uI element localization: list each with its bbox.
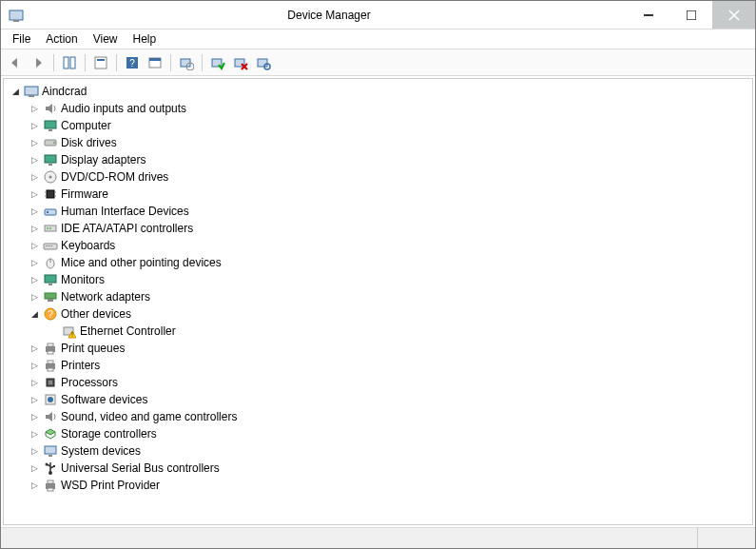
tree-node[interactable]: ▷Network adapters [6, 288, 750, 305]
back-button[interactable] [5, 52, 26, 73]
printer-icon [43, 341, 58, 356]
svg-point-66 [48, 397, 53, 402]
toolbar-sep [53, 54, 54, 71]
disc-icon [43, 169, 58, 185]
update-driver-button[interactable] [253, 52, 274, 73]
tree-node[interactable]: ▷Disk drives [6, 134, 750, 151]
svg-rect-52 [48, 299, 53, 302]
tree-node[interactable]: ◢Aindcrad [6, 83, 750, 100]
tree-node[interactable]: ▷IDE ATA/ATAPI controllers [6, 220, 750, 237]
expand-icon[interactable]: ▷ [29, 292, 40, 302]
expand-icon[interactable]: ▷ [29, 121, 40, 130]
expand-icon[interactable]: ▷ [29, 189, 40, 199]
close-button[interactable] [712, 1, 755, 29]
ata-icon [43, 221, 58, 236]
tree-node-label: Other devices [61, 307, 131, 321]
expand-icon[interactable]: ▷ [29, 463, 40, 473]
tree-node[interactable]: ▷Software devices [6, 391, 750, 408]
enable-device-button[interactable] [207, 52, 228, 73]
show-hide-console-button[interactable] [59, 52, 80, 73]
collapse-icon[interactable]: ◢ [10, 87, 21, 96]
tree-node[interactable]: !Ethernet Controller [6, 323, 750, 340]
tree-node[interactable]: ▷Display adapters [6, 151, 750, 168]
svg-point-40 [47, 227, 48, 229]
tree-node[interactable]: ▷Computer [6, 117, 750, 134]
svg-rect-9 [97, 59, 105, 61]
warning-icon: ! [62, 324, 77, 339]
scan-hardware-button[interactable] [176, 52, 197, 73]
tree-node[interactable]: ▷Sound, video and game controllers [6, 408, 750, 425]
tree-node[interactable]: ▷Universal Serial Bus controllers [6, 460, 750, 477]
software-icon [43, 392, 58, 407]
expand-icon[interactable]: ▷ [29, 412, 40, 422]
menu-help[interactable]: Help [126, 30, 165, 48]
tree-node[interactable]: ▷Keyboards [6, 237, 750, 254]
tree-node[interactable]: ▷Printers [6, 357, 750, 374]
expand-icon[interactable]: ▷ [29, 395, 40, 404]
svg-point-31 [49, 176, 52, 179]
svg-point-27 [53, 142, 55, 144]
tree-node-label: Print queues [61, 342, 125, 355]
expand-icon[interactable]: ▷ [29, 172, 40, 182]
menu-file[interactable]: File [5, 30, 38, 48]
expand-icon[interactable]: ▷ [29, 224, 40, 233]
tree-node[interactable]: ▷Audio inputs and outputs [6, 100, 750, 117]
expand-icon[interactable]: ▷ [29, 138, 40, 147]
monitor-icon [43, 272, 58, 287]
expand-icon[interactable]: ▷ [29, 378, 40, 387]
maximize-button[interactable] [669, 1, 712, 29]
tree-node[interactable]: ▷Print queues [6, 340, 750, 357]
expand-icon[interactable]: ▷ [29, 104, 40, 113]
forward-button[interactable] [28, 52, 48, 73]
tree-node[interactable]: ◢?Other devices [6, 305, 750, 323]
expand-icon[interactable]: ▷ [29, 343, 40, 353]
tree-node-label: Universal Serial Bus controllers [61, 461, 220, 475]
status-pane [698, 528, 755, 548]
expand-icon[interactable]: ▷ [29, 241, 40, 250]
tree-node-label: DVD/CD-ROM drives [61, 170, 168, 184]
help-button[interactable]: ? [122, 52, 143, 73]
svg-rect-72 [53, 465, 55, 467]
menu-view[interactable]: View [86, 30, 126, 48]
tree-node[interactable]: ▷WSD Print Provider [6, 477, 750, 494]
menu-action[interactable]: Action [38, 30, 85, 48]
collapse-icon[interactable]: ◢ [29, 309, 40, 319]
properties-button[interactable] [90, 52, 111, 73]
tree-node[interactable]: ▷Firmware [6, 186, 750, 203]
svg-rect-0 [10, 10, 23, 20]
menubar: File Action View Help [1, 29, 755, 49]
uninstall-device-button[interactable] [230, 52, 251, 73]
minimize-button[interactable] [627, 1, 669, 29]
expand-icon[interactable]: ▷ [29, 480, 40, 490]
hid-icon [43, 204, 58, 219]
storage-icon [43, 426, 58, 441]
svg-rect-20 [258, 59, 267, 67]
tree-node[interactable]: ▷Monitors [6, 271, 750, 288]
tree-node[interactable]: ▷Storage controllers [6, 425, 750, 442]
speaker-icon [43, 101, 58, 116]
device-tree[interactable]: ◢Aindcrad▷Audio inputs and outputs▷Compu… [3, 78, 753, 525]
tree-node[interactable]: ▷System devices [6, 442, 750, 460]
svg-rect-24 [45, 121, 56, 128]
expand-icon[interactable]: ▷ [29, 361, 40, 370]
svg-rect-22 [25, 87, 38, 95]
expand-icon[interactable]: ▷ [29, 155, 40, 165]
expand-icon[interactable]: ▷ [29, 446, 40, 456]
tree-node-label: IDE ATA/ATAPI controllers [61, 222, 193, 235]
action-button[interactable] [145, 52, 165, 73]
window-controls [627, 1, 755, 29]
expand-icon[interactable]: ▷ [29, 429, 40, 439]
tree-node[interactable]: ▷Human Interface Devices [6, 203, 750, 220]
tree-node[interactable]: ▷Mice and other pointing devices [6, 254, 750, 271]
mouse-icon [43, 255, 58, 270]
window-title: Device Manager [31, 9, 627, 22]
expand-icon[interactable]: ▷ [29, 258, 40, 267]
tree-node[interactable]: ▷DVD/CD-ROM drives [6, 168, 750, 186]
expand-icon[interactable]: ▷ [29, 206, 40, 216]
toolbar-sep [85, 54, 86, 71]
svg-rect-61 [48, 361, 53, 363]
expand-icon[interactable]: ▷ [29, 275, 40, 284]
tree-node-label: Display adapters [61, 153, 145, 167]
svg-text:?: ? [129, 58, 135, 69]
tree-node[interactable]: ▷Processors [6, 374, 750, 391]
